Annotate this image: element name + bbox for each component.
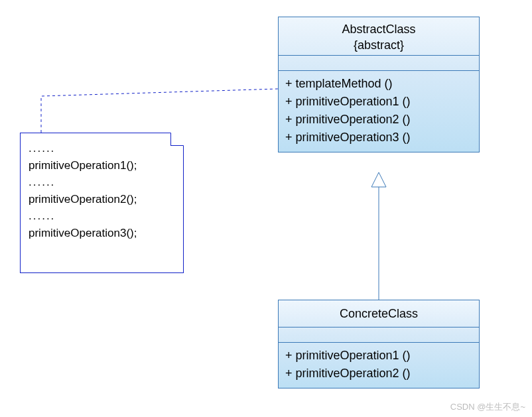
generalization-arrowhead	[371, 172, 386, 187]
concrete-op-primitive-2: + primitiveOperation2 ()	[285, 365, 472, 383]
concrete-class-name: ConcreteClass	[340, 307, 418, 320]
watermark: CSDN @生生不息~	[450, 401, 525, 413]
note-line-5: primitiveOperation3();	[29, 225, 175, 242]
note-line-0: ......	[29, 140, 175, 157]
abstract-class-attrs	[279, 56, 479, 71]
note-fold-icon	[170, 133, 183, 147]
note-line-3: primitiveOperation2();	[29, 191, 175, 208]
note-line-1: primitiveOperation1();	[29, 157, 175, 174]
abstract-class-name: AbstractClass	[342, 23, 415, 36]
abstract-class-ops: + templateMethod () + primitiveOperation…	[279, 71, 479, 152]
op-primitive-2: + primitiveOperation2 ()	[285, 111, 472, 129]
note-line-4: ......	[29, 208, 175, 225]
op-template-method: + templateMethod ()	[285, 75, 472, 93]
concrete-class-ops: + primitiveOperation1 () + primitiveOper…	[279, 343, 479, 388]
concrete-class-box: ConcreteClass + primitiveOperation1 () +…	[278, 300, 480, 388]
note-box: ...... primitiveOperation1(); ...... pri…	[20, 133, 184, 273]
abstract-class-title: AbstractClass {abstract}	[279, 17, 479, 56]
concrete-class-title: ConcreteClass	[279, 300, 479, 328]
note-line-2: ......	[29, 174, 175, 191]
abstract-class-stereotype: {abstract}	[284, 37, 474, 53]
concrete-class-attrs	[279, 328, 479, 343]
op-primitive-3: + primitiveOperation3 ()	[285, 129, 472, 147]
abstract-class-box: AbstractClass {abstract} + templateMetho…	[278, 17, 480, 152]
concrete-op-primitive-1: + primitiveOperation1 ()	[285, 347, 472, 365]
note-anchor-line	[41, 89, 278, 133]
op-primitive-1: + primitiveOperation1 ()	[285, 93, 472, 111]
diagram-canvas: AbstractClass {abstract} + templateMetho…	[0, 0, 532, 417]
